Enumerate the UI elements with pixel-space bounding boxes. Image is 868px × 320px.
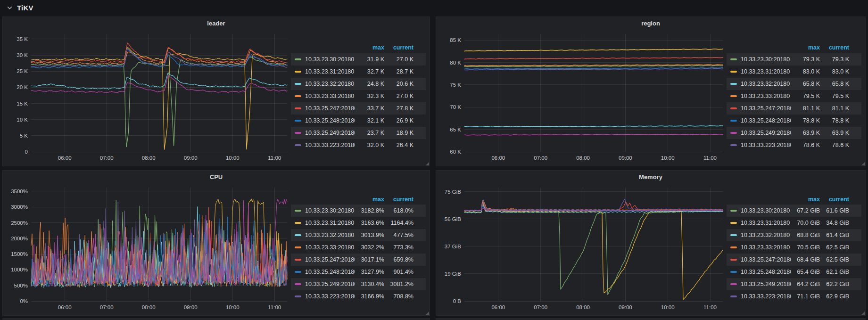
series-name[interactable]: 10.33.25.247:20180 [305, 256, 355, 263]
series-color-dash-icon[interactable] [730, 132, 737, 134]
cpu-plot[interactable]: 0%500%1000%1500%2000%2500%3000%3500%06:0… [6, 183, 291, 313]
series-color-dash-icon[interactable] [295, 234, 301, 236]
series-color-dash-icon[interactable] [295, 259, 301, 261]
series-current-value: 18.9 K [384, 130, 413, 136]
series-name[interactable]: 10.33.23.30:20180 [741, 207, 791, 214]
legend-header-max[interactable]: max [791, 44, 820, 51]
series-color-dash-icon[interactable] [730, 107, 737, 109]
legend-header: maxcurrent [291, 42, 426, 53]
x-axis-tick-label: 08:00 [142, 304, 156, 310]
series-name[interactable]: 10.33.23.33:20180 [305, 244, 355, 251]
series-color-dash-icon[interactable] [295, 222, 301, 224]
legend-header-max[interactable]: max [355, 196, 384, 203]
panel-resize-handle[interactable] [426, 312, 429, 315]
series-name[interactable]: 10.33.25.248:20180 [305, 117, 355, 124]
series-color-dash-icon[interactable] [730, 246, 737, 248]
region-chart[interactable]: 60 K65 K70 K75 K80 K85 K06:0007:0008:000… [439, 29, 727, 164]
series-name[interactable]: 10.33.23.31:20180 [305, 68, 355, 75]
legend-row: 10.33.23.32:2018068.8 GiB61.4 GiB [727, 229, 861, 241]
series-color-dash-icon[interactable] [295, 132, 301, 134]
legend-header-current[interactable]: current [384, 196, 413, 203]
series-current-value: 61.6 GiB [820, 207, 849, 214]
series-name[interactable]: 10.33.23.33:20180 [741, 93, 791, 99]
series-color-dash-icon[interactable] [730, 295, 737, 297]
series-name[interactable]: 10.33.33.223:20180 [741, 293, 791, 300]
series-name[interactable]: 10.33.23.32:20180 [741, 232, 791, 238]
series-color-dash-icon[interactable] [295, 144, 301, 146]
series-name[interactable]: 10.33.23.30:20180 [305, 56, 355, 63]
series-color-dash-icon[interactable] [730, 83, 737, 85]
panel-title-region[interactable]: region [436, 17, 865, 29]
legend-row: 10.33.23.33:2018070.5 GiB62.5 GiB [727, 241, 861, 254]
series-name[interactable]: 10.33.23.32:20180 [305, 81, 355, 87]
series-color-dash-icon[interactable] [295, 107, 301, 109]
legend-header-current[interactable]: current [384, 44, 413, 51]
series-name[interactable]: 10.33.33.223:20180 [741, 142, 791, 148]
series-color-dash-icon[interactable] [730, 283, 737, 285]
series-color-dash-icon[interactable] [730, 144, 737, 146]
leader-chart[interactable]: 05 K10 K15 K20 K25 K30 K35 K06:0007:0008… [6, 29, 291, 164]
series-color-dash-icon[interactable] [295, 83, 301, 85]
series-name[interactable]: 10.33.23.31:20180 [741, 220, 791, 226]
series-color-dash-icon[interactable] [295, 120, 301, 122]
panel-resize-handle[interactable] [861, 162, 865, 165]
series-name[interactable]: 10.33.25.248:20180 [305, 269, 355, 275]
series-name[interactable]: 10.33.25.248:20180 [741, 117, 791, 124]
series-name[interactable]: 10.33.25.249:20180 [305, 130, 355, 136]
series-name[interactable]: 10.33.33.223:20180 [305, 293, 355, 300]
series-name[interactable]: 10.33.23.33:20180 [305, 93, 355, 99]
series-name[interactable]: 10.33.23.32:20180 [305, 232, 355, 238]
series-name[interactable]: 10.33.25.248:20180 [741, 269, 791, 275]
series-name[interactable]: 10.33.25.249:20180 [741, 281, 791, 287]
series-color-dash-icon[interactable] [295, 283, 301, 285]
panel-region: region 60 K65 K70 K75 K80 K85 K06:0007:0… [436, 16, 866, 166]
series-color-dash-icon[interactable] [295, 95, 301, 97]
legend-header-current[interactable]: current [820, 196, 849, 203]
series-name[interactable]: 10.33.25.247:20180 [741, 105, 791, 112]
series-color-dash-icon[interactable] [730, 95, 737, 97]
series-color-dash-icon[interactable] [295, 246, 301, 248]
region-plot[interactable]: 60 K65 K70 K75 K80 K85 K06:0007:0008:000… [439, 29, 727, 164]
series-name[interactable]: 10.33.23.30:20180 [741, 56, 791, 63]
series-color-dash-icon[interactable] [730, 71, 737, 73]
legend-header-max[interactable]: max [355, 44, 384, 51]
series-current-value: 34.8 GiB [820, 220, 849, 226]
series-name[interactable]: 10.33.23.31:20180 [741, 68, 791, 75]
series-name[interactable]: 10.33.23.30:20180 [305, 207, 355, 214]
panel-title-leader[interactable]: leader [3, 17, 430, 29]
series-name[interactable]: 10.33.25.247:20180 [741, 256, 791, 263]
memory-chart[interactable]: 0 B19 GiB37 GiB56 GiB75 GiB06:0007:0008:… [439, 183, 727, 313]
y-axis-tick-label: 0% [20, 298, 28, 304]
series-name[interactable]: 10.33.23.32:20180 [741, 81, 791, 87]
panel-resize-handle[interactable] [426, 162, 429, 165]
series-color-dash-icon[interactable] [730, 259, 737, 261]
series-color-dash-icon[interactable] [295, 295, 301, 297]
series-name[interactable]: 10.33.25.249:20180 [305, 281, 355, 287]
leader-plot[interactable]: 05 K10 K15 K20 K25 K30 K35 K06:0007:0008… [6, 29, 291, 164]
series-color-dash-icon[interactable] [730, 271, 737, 273]
series-color-dash-icon[interactable] [295, 58, 301, 60]
panel-title-cpu[interactable]: CPU [3, 171, 430, 183]
series-color-dash-icon[interactable] [295, 71, 301, 73]
panel-resize-handle[interactable] [861, 312, 865, 315]
series-color-dash-icon[interactable] [730, 210, 737, 212]
series-name[interactable]: 10.33.25.249:20180 [741, 130, 791, 136]
memory-plot[interactable]: 0 B19 GiB37 GiB56 GiB75 GiB06:0007:0008:… [439, 183, 727, 313]
series-max-value: 3182.8% [355, 207, 384, 214]
legend-header-current[interactable]: current [820, 44, 849, 51]
row-toggle-tikv[interactable]: TiKV [0, 0, 868, 16]
cpu-chart[interactable]: 0%500%1000%1500%2000%2500%3000%3500%06:0… [6, 183, 291, 313]
series-color-dash-icon[interactable] [730, 222, 737, 224]
panel-title-memory[interactable]: Memory [436, 171, 865, 183]
series-name[interactable]: 10.33.23.31:20180 [305, 220, 355, 226]
legend-row: 10.33.25.249:2018063.9 K63.9 K [727, 127, 861, 139]
series-color-dash-icon[interactable] [295, 210, 301, 212]
series-color-dash-icon[interactable] [730, 120, 737, 122]
series-color-dash-icon[interactable] [730, 58, 737, 60]
series-color-dash-icon[interactable] [730, 234, 737, 236]
legend-header-max[interactable]: max [791, 196, 820, 203]
series-name[interactable]: 10.33.25.247:20180 [305, 105, 355, 112]
series-name[interactable]: 10.33.33.223:20180 [305, 142, 355, 148]
series-name[interactable]: 10.33.23.33:20180 [741, 244, 791, 251]
series-color-dash-icon[interactable] [295, 271, 301, 273]
